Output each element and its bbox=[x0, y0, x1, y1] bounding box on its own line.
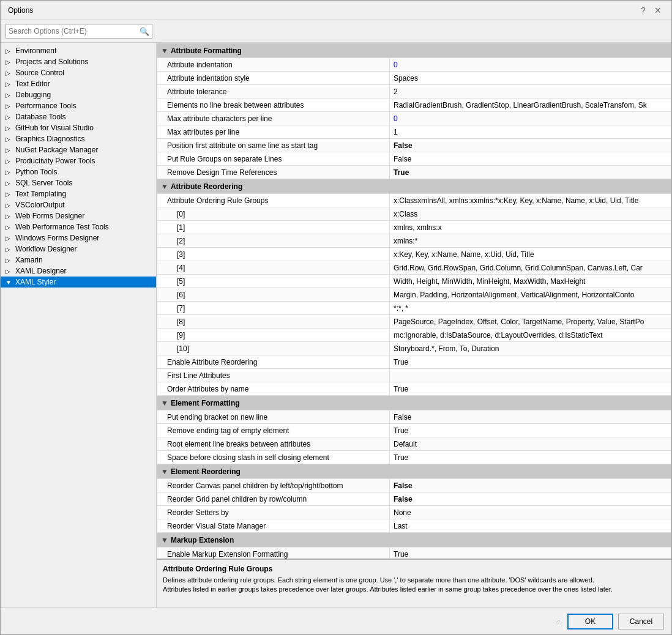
sidebar-item-label: Windows Forms Designer bbox=[15, 234, 154, 242]
setting-value[interactable]: Storyboard.*, From, To, Duration bbox=[390, 342, 671, 355]
setting-value[interactable]: xmlns:* bbox=[390, 234, 671, 248]
sidebar-item-source-control[interactable]: ▷Source Control bbox=[1, 67, 156, 78]
setting-value[interactable]: 0 bbox=[390, 58, 671, 72]
setting-value[interactable]: x:ClassxmlnsAll, xmlns:xxmlns:*x:Key, Ke… bbox=[390, 194, 671, 207]
setting-name: [6] bbox=[157, 288, 390, 302]
setting-name: Elements no line break between attribute… bbox=[157, 98, 390, 112]
setting-value[interactable]: True bbox=[390, 424, 671, 437]
group-toggle[interactable]: ▼ bbox=[161, 399, 168, 407]
sidebar-item-github-for-visual-studio[interactable]: ▷GitHub for Visual Studio bbox=[1, 122, 156, 133]
tree-arrow: ▷ bbox=[6, 48, 15, 54]
tree-arrow: ▷ bbox=[6, 92, 15, 98]
sidebar-item-workflow-designer[interactable]: ▷Workflow Designer bbox=[1, 243, 156, 254]
sidebar-item-xaml-styler[interactable]: ▼XAML Styler bbox=[1, 277, 156, 288]
sidebar-item-web-forms-designer[interactable]: ▷Web Forms Designer bbox=[1, 210, 156, 221]
setting-value[interactable]: False bbox=[390, 152, 671, 166]
setting-value[interactable]: Last bbox=[390, 519, 671, 533]
setting-value[interactable]: Grid.Row, Grid.RowSpan, Grid.Column, Gri… bbox=[390, 261, 671, 275]
setting-value[interactable]: 2 bbox=[390, 85, 671, 98]
sidebar-item-label: Text Templating bbox=[15, 190, 154, 198]
setting-value[interactable]: True bbox=[390, 166, 671, 179]
group-toggle[interactable]: ▼ bbox=[161, 46, 168, 55]
setting-name: Put ending bracket on new line bbox=[157, 410, 390, 424]
sidebar-item-label: Web Forms Designer bbox=[15, 212, 154, 220]
setting-value[interactable]: False bbox=[390, 139, 671, 152]
options-dialog: Options ? ✕ 🔍 ▷Environment▷Projects and … bbox=[0, 0, 672, 635]
group-toggle[interactable]: ▼ bbox=[161, 467, 168, 476]
setting-value[interactable]: x:Key, Key, x:Name, Name, x:Uid, Uid, Ti… bbox=[390, 248, 671, 261]
sidebar-item-graphics-diagnostics[interactable]: ▷Graphics Diagnostics bbox=[1, 133, 156, 144]
setting-value[interactable]: Spaces bbox=[390, 72, 671, 85]
title-bar-right: ? ✕ bbox=[637, 4, 664, 17]
table-row: Attribute indentation0 bbox=[157, 58, 671, 72]
sidebar-item-label: Environment bbox=[15, 46, 154, 55]
setting-value[interactable]: False bbox=[390, 410, 671, 424]
group-toggle[interactable]: ▼ bbox=[161, 182, 168, 191]
group-label: Markup Extension bbox=[171, 536, 234, 544]
setting-value[interactable]: True bbox=[390, 382, 671, 396]
sidebar-item-projects-and-solutions[interactable]: ▷Projects and Solutions bbox=[1, 56, 156, 67]
group-toggle[interactable]: ▼ bbox=[161, 536, 168, 544]
setting-name: [7] bbox=[157, 302, 390, 315]
help-button[interactable]: ? bbox=[637, 4, 649, 17]
setting-value[interactable]: Default bbox=[390, 437, 671, 451]
sidebar-item-text-templating[interactable]: ▷Text Templating bbox=[1, 188, 156, 199]
sidebar-item-sql-server-tools[interactable]: ▷SQL Server Tools bbox=[1, 177, 156, 188]
sidebar-item-windows-forms-designer[interactable]: ▷Windows Forms Designer bbox=[1, 232, 156, 243]
sidebar-item-python-tools[interactable]: ▷Python Tools bbox=[1, 166, 156, 177]
sidebar-item-xaml-designer[interactable]: ▷XAML Designer bbox=[1, 266, 156, 277]
ok-button[interactable]: OK bbox=[567, 614, 613, 629]
cancel-button[interactable]: Cancel bbox=[618, 614, 664, 629]
setting-value[interactable]: True bbox=[390, 355, 671, 369]
sidebar-item-text-editor[interactable]: ▷Text Editor bbox=[1, 78, 156, 89]
setting-value[interactable] bbox=[390, 369, 671, 382]
sidebar-item-productivity-power-tools[interactable]: ▷Productivity Power Tools bbox=[1, 155, 156, 166]
setting-value[interactable]: 1 bbox=[390, 125, 671, 139]
tree-arrow: ▷ bbox=[6, 147, 15, 154]
sidebar-item-environment[interactable]: ▷Environment bbox=[1, 45, 156, 56]
setting-name: Reorder Visual State Manager bbox=[157, 519, 390, 533]
group-label: Element Formatting bbox=[171, 399, 240, 407]
setting-value[interactable]: mc:Ignorable, d:IsDataSource, d:LayoutOv… bbox=[390, 329, 671, 342]
setting-value[interactable]: True bbox=[390, 548, 671, 559]
setting-value[interactable]: *:*, * bbox=[390, 302, 671, 315]
setting-value[interactable]: Margin, Padding, HorizontalAlignment, Ve… bbox=[390, 288, 671, 302]
setting-name: Reorder Setters by bbox=[157, 506, 390, 519]
setting-name: Enable Markup Extension Formatting bbox=[157, 548, 390, 559]
table-row: [6]Margin, Padding, HorizontalAlignment,… bbox=[157, 288, 671, 302]
sidebar-item-database-tools[interactable]: ▷Database Tools bbox=[1, 111, 156, 122]
sidebar-item-web-performance-test-tools[interactable]: ▷Web Performance Test Tools bbox=[1, 221, 156, 232]
footer: ⊿ OK Cancel bbox=[1, 607, 671, 634]
close-button[interactable]: ✕ bbox=[652, 4, 664, 17]
setting-value[interactable]: False bbox=[390, 479, 671, 492]
group-header: ▼Attribute Reordering bbox=[157, 179, 671, 194]
setting-value[interactable]: RadialGradientBrush, GradientStop, Linea… bbox=[390, 98, 671, 112]
setting-name: [8] bbox=[157, 315, 390, 329]
setting-name: Attribute Ordering Rule Groups bbox=[157, 194, 390, 207]
setting-value[interactable]: 0 bbox=[390, 112, 671, 125]
setting-name: Remove Design Time References bbox=[157, 166, 390, 179]
setting-value[interactable]: Width, Height, MinWidth, MinHeight, MaxW… bbox=[390, 275, 671, 288]
sidebar-item-label: Web Performance Test Tools bbox=[15, 223, 154, 231]
setting-value[interactable]: True bbox=[390, 451, 671, 464]
sidebar-item-vscoloroutput[interactable]: ▷VSColorOutput bbox=[1, 199, 156, 210]
setting-value[interactable]: None bbox=[390, 506, 671, 519]
setting-value[interactable]: PageSource, PageIndex, Offset, Color, Ta… bbox=[390, 315, 671, 329]
table-row: [8]PageSource, PageIndex, Offset, Color,… bbox=[157, 315, 671, 329]
sidebar-item-nuget-package-manager[interactable]: ▷NuGet Package Manager bbox=[1, 144, 156, 155]
setting-value[interactable]: False bbox=[390, 492, 671, 506]
search-area: 🔍 bbox=[1, 20, 671, 43]
table-row: [3]x:Key, Key, x:Name, Name, x:Uid, Uid,… bbox=[157, 248, 671, 261]
sidebar-item-xamarin[interactable]: ▷Xamarin bbox=[1, 254, 156, 266]
table-row: Remove ending tag of empty elementTrue bbox=[157, 424, 671, 437]
group-label: Attribute Formatting bbox=[171, 46, 242, 55]
table-row: Space before closing slash in self closi… bbox=[157, 451, 671, 464]
sidebar-item-debugging[interactable]: ▷Debugging bbox=[1, 89, 156, 100]
table-row: Max attributes per line1 bbox=[157, 125, 671, 139]
tree-arrow: ▷ bbox=[6, 59, 15, 65]
setting-value[interactable]: x:Class bbox=[390, 207, 671, 221]
search-input[interactable] bbox=[9, 27, 140, 35]
setting-name: [10] bbox=[157, 342, 390, 355]
setting-value[interactable]: xmlns, xmlns:x bbox=[390, 221, 671, 234]
sidebar-item-performance-tools[interactable]: ▷Performance Tools bbox=[1, 100, 156, 111]
